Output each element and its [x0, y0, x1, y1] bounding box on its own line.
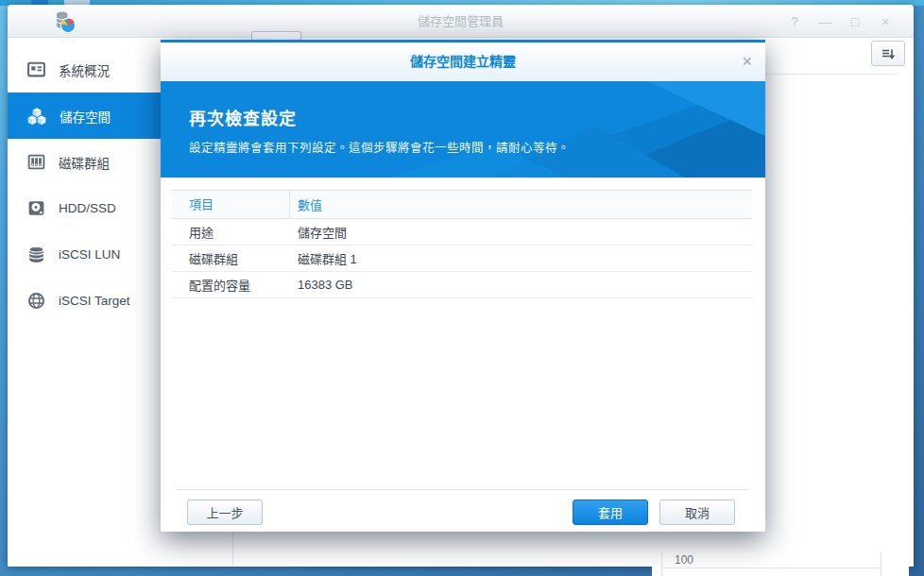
sidebar-item-label: HDD/SSD — [59, 201, 116, 215]
dialog-footer: 上一步 套用 取消 — [177, 489, 749, 532]
dialog-body: 項目 數值 用途 儲存空間 磁碟群組 磁碟群組 1 配置的容量 16383 GB — [161, 178, 765, 489]
window-titlebar: 儲存空間管理員 ? — □ × — [8, 5, 914, 38]
background-cell-value: 100 — [675, 553, 693, 567]
dialog-titlebar: 儲存空間建立精靈 × — [161, 42, 765, 81]
hdd-icon — [26, 198, 46, 218]
sidebar-item-label: iSCSI LUN — [59, 247, 120, 262]
column-divider — [881, 552, 881, 576]
table-header-row: 項目 數值 — [172, 191, 752, 219]
window-title: 儲存空間管理員 — [8, 5, 914, 38]
row-item-value: 磁碟群組 1 — [290, 249, 752, 267]
dsm-desktop: 儲存空間管理員 ? — □ × 系統概況 — [0, 0, 924, 576]
sidebar-item-label: 系統概況 — [59, 60, 110, 79]
column-header-value: 數值 — [290, 195, 752, 213]
sort-button[interactable] — [871, 41, 905, 66]
dialog-title: 儲存空間建立精靈 — [161, 42, 765, 81]
settings-summary-table: 項目 數值 用途 儲存空間 磁碟群組 磁碟群組 1 配置的容量 16383 GB — [172, 190, 752, 298]
row-item-label: 磁碟群組 — [172, 249, 290, 267]
table-row: 磁碟群組 磁碟群組 1 — [172, 246, 752, 272]
row-item-value: 儲存空間 — [290, 223, 752, 241]
window-controls: ? — □ × — [779, 5, 900, 38]
maximize-icon[interactable]: □ — [840, 14, 870, 29]
sidebar-item-label: 磁碟群組 — [59, 153, 110, 172]
dialog-close-icon[interactable]: × — [742, 42, 752, 81]
back-button[interactable]: 上一步 — [187, 500, 263, 525]
column-header-item: 項目 — [172, 191, 290, 218]
wizard-step-title: 再次檢查設定 — [189, 105, 727, 129]
table-row: 用途 儲存空間 — [172, 219, 752, 246]
volume-creation-wizard-dialog: 儲存空間建立精靈 × 再次檢查設定 設定精靈將會套用下列設定。這個步驟將會花一些… — [161, 40, 765, 532]
apply-button[interactable]: 套用 — [573, 500, 648, 525]
overview-icon — [26, 59, 46, 79]
wizard-step-header: 再次檢查設定 設定精靈將會套用下列設定。這個步驟將會花一些時間，請耐心等待。 — [161, 81, 765, 178]
wizard-step-subtitle: 設定精靈將會套用下列設定。這個步驟將會花一些時間，請耐心等待。 — [189, 138, 727, 156]
volume-cubes-icon — [26, 106, 47, 127]
help-icon[interactable]: ? — [779, 14, 810, 29]
minimize-icon[interactable]: — — [810, 14, 840, 29]
disk-group-icon — [26, 152, 46, 172]
row-divider — [661, 568, 881, 568]
column-divider — [661, 552, 662, 576]
close-window-icon[interactable]: × — [870, 14, 900, 29]
cancel-button[interactable]: 取消 — [659, 500, 735, 525]
row-item-label: 用途 — [172, 223, 290, 241]
table-row: 配置的容量 16383 GB — [172, 272, 752, 298]
iscsi-target-globe-icon — [26, 291, 46, 311]
row-item-value: 16383 GB — [290, 278, 752, 292]
sidebar-item-label: iSCSI Target — [59, 294, 130, 308]
row-item-label: 配置的容量 — [172, 276, 290, 294]
sidebar-item-label: 儲存空間 — [60, 107, 111, 126]
background-table-fragment: 100 — [652, 550, 909, 576]
sort-list-icon — [881, 46, 896, 61]
iscsi-lun-icon — [26, 245, 46, 264]
